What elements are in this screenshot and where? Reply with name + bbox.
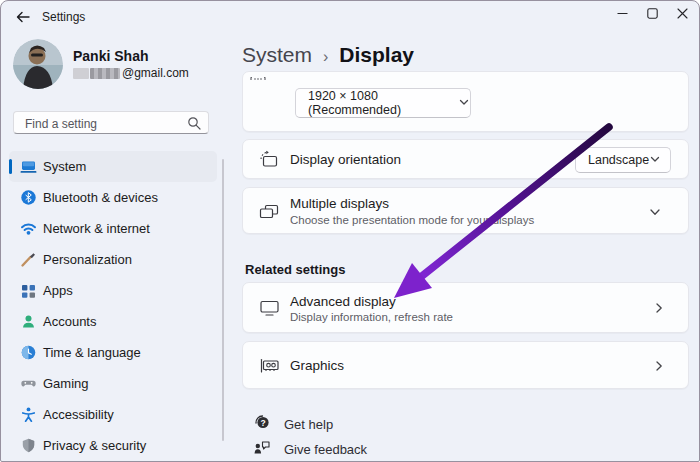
breadcrumb-separator-icon: › bbox=[323, 48, 328, 66]
get-help-link[interactable]: ? Get help bbox=[253, 414, 333, 434]
resolution-value: 1920 × 1080 (Recommended) bbox=[308, 89, 444, 117]
email-suffix: @gmail.com bbox=[122, 66, 189, 80]
page-title: Display bbox=[339, 43, 414, 67]
sidebar-item-label: Gaming bbox=[43, 368, 89, 399]
search-input[interactable] bbox=[23, 113, 187, 134]
sidebar-item-label: Privacy & security bbox=[43, 430, 146, 461]
monitor-icon bbox=[259, 298, 280, 322]
display-orientation-row[interactable]: Display orientation Landscape bbox=[242, 139, 689, 179]
search-icon bbox=[187, 116, 201, 134]
shield-icon bbox=[20, 437, 37, 454]
close-button[interactable] bbox=[667, 1, 697, 27]
sidebar: Panki Shah @gmail.com System bbox=[1, 33, 225, 462]
wifi-icon bbox=[20, 220, 37, 237]
orientation-dropdown[interactable]: Landscape bbox=[575, 147, 671, 173]
email-blur-block bbox=[73, 68, 89, 79]
give-feedback-link[interactable]: Give feedback bbox=[253, 439, 367, 459]
profile-name: Panki Shah bbox=[73, 48, 148, 64]
minimize-button[interactable] bbox=[607, 1, 637, 27]
sidebar-item-label: Time & language bbox=[43, 337, 141, 368]
help-icon: ? bbox=[253, 413, 271, 435]
multiple-displays-row[interactable]: Multiple displays Choose the presentatio… bbox=[242, 187, 689, 234]
display-orientation-label: Display orientation bbox=[290, 152, 401, 167]
sidebar-item-label: Accessibility bbox=[43, 399, 114, 430]
system-icon bbox=[20, 158, 37, 175]
back-button[interactable] bbox=[14, 8, 32, 26]
display-orientation-icon bbox=[259, 150, 279, 174]
chevron-down-icon bbox=[648, 205, 662, 223]
feedback-icon bbox=[253, 438, 271, 460]
settings-window: Settings Panki Shah bbox=[0, 0, 700, 462]
advanced-display-row[interactable]: Advanced display Display information, re… bbox=[242, 282, 689, 333]
caption-buttons bbox=[607, 1, 697, 27]
chevron-right-icon bbox=[652, 359, 666, 377]
sidebar-scrollbar[interactable] bbox=[222, 159, 224, 441]
display-resolution-card: 1920 × 1080 (Recommended) bbox=[242, 71, 689, 132]
bluetooth-icon bbox=[20, 189, 37, 206]
sidebar-item-label: Bluetooth & devices bbox=[43, 182, 158, 213]
main-content: System › Display 1920 × 1080 (Recommende… bbox=[241, 33, 691, 462]
related-settings-header: Related settings bbox=[245, 262, 345, 277]
graphics-row[interactable]: Graphics bbox=[242, 341, 689, 389]
resolution-dropdown[interactable]: 1920 × 1080 (Recommended) bbox=[295, 88, 471, 118]
app-title: Settings bbox=[42, 10, 85, 24]
sidebar-item-time-language[interactable]: Time & language bbox=[9, 337, 217, 368]
close-icon bbox=[677, 7, 688, 22]
maximize-button[interactable] bbox=[637, 1, 667, 27]
get-help-label: Get help bbox=[284, 417, 333, 432]
clipped-resolution-icon bbox=[250, 75, 266, 93]
sidebar-item-label: Personalization bbox=[43, 244, 132, 275]
sidebar-item-privacy[interactable]: Privacy & security bbox=[9, 430, 217, 461]
maximize-icon bbox=[647, 7, 658, 22]
person-icon bbox=[20, 313, 37, 330]
sidebar-item-label: Network & internet bbox=[43, 213, 150, 244]
svg-text:?: ? bbox=[260, 418, 265, 428]
sidebar-item-bluetooth[interactable]: Bluetooth & devices bbox=[9, 182, 217, 213]
profile-email: @gmail.com bbox=[73, 66, 189, 80]
sidebar-item-gaming[interactable]: Gaming bbox=[9, 368, 217, 399]
gamepad-icon bbox=[20, 375, 37, 392]
chevron-down-icon bbox=[458, 94, 470, 112]
sidebar-nav: System Bluetooth & devices Network & int… bbox=[1, 151, 225, 461]
email-blur-block bbox=[90, 68, 120, 79]
multiple-displays-icon bbox=[259, 202, 279, 226]
avatar[interactable] bbox=[13, 39, 63, 89]
give-feedback-label: Give feedback bbox=[284, 442, 367, 457]
sidebar-item-apps[interactable]: Apps bbox=[9, 275, 217, 306]
sidebar-item-accounts[interactable]: Accounts bbox=[9, 306, 217, 337]
chevron-down-icon bbox=[649, 151, 661, 169]
search-box bbox=[13, 111, 209, 134]
chevron-right-icon bbox=[652, 301, 666, 319]
multiple-displays-subtitle: Choose the presentation mode for your di… bbox=[290, 214, 534, 226]
advanced-display-subtitle: Display information, refresh rate bbox=[290, 311, 453, 323]
sidebar-item-label: Accounts bbox=[43, 306, 96, 337]
sidebar-item-label: Apps bbox=[43, 275, 73, 306]
brush-icon bbox=[20, 251, 37, 268]
advanced-display-title: Advanced display bbox=[290, 294, 396, 309]
accessibility-person-icon bbox=[20, 406, 37, 423]
minimize-icon bbox=[617, 7, 628, 22]
back-arrow-icon bbox=[14, 14, 32, 29]
orientation-value: Landscape bbox=[588, 153, 649, 167]
breadcrumb: System › Display bbox=[242, 43, 414, 67]
titlebar: Settings bbox=[1, 1, 699, 33]
apps-grid-icon bbox=[20, 282, 37, 299]
breadcrumb-parent[interactable]: System bbox=[242, 43, 312, 67]
graphics-label: Graphics bbox=[290, 358, 344, 373]
multiple-displays-title: Multiple displays bbox=[290, 196, 389, 211]
sidebar-item-network[interactable]: Network & internet bbox=[9, 213, 217, 244]
sidebar-item-system[interactable]: System bbox=[9, 151, 217, 182]
sidebar-item-personalization[interactable]: Personalization bbox=[9, 244, 217, 275]
sidebar-item-label: System bbox=[43, 151, 86, 182]
globe-clock-icon bbox=[20, 344, 37, 361]
graphics-card-icon bbox=[259, 356, 280, 380]
sidebar-item-accessibility[interactable]: Accessibility bbox=[9, 399, 217, 430]
